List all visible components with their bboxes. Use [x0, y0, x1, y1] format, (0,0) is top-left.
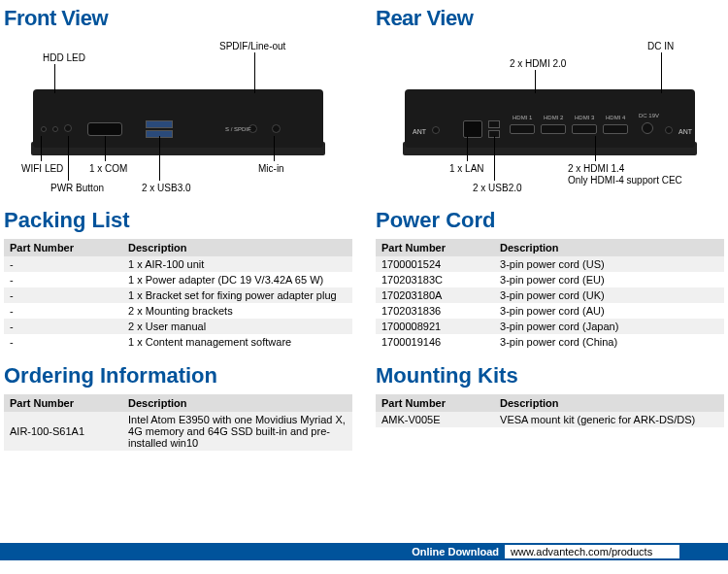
- rear-view-diagram: DC IN 2 x HDMI 2.0 ANT HDMI 1 HDMI 2 HDM…: [376, 39, 724, 194]
- table-row: 170203180A3-pin power cord (UK): [376, 287, 724, 303]
- powercord-title: Power Cord: [376, 208, 724, 233]
- table-row: AMK-V005EVESA mount kit (generic for ARK…: [376, 412, 724, 427]
- ordering-title: Ordering Information: [4, 363, 352, 388]
- table-row: AIR-100-S61A1Intel Atom E3950 with one M…: [4, 412, 352, 451]
- mounting-table: Part NumberDescription AMK-V005EVESA mou…: [376, 394, 724, 427]
- table-row: -1 x Content management software: [4, 334, 352, 350]
- table-row: 170203183C3-pin power cord (EU): [376, 272, 724, 287]
- rear-view-title: Rear View: [376, 6, 724, 31]
- table-row: 17020318363-pin power cord (AU): [376, 303, 724, 319]
- label-usb3: 2 x USB3.0: [142, 183, 191, 193]
- table-row: 17000015243-pin power cord (US): [376, 256, 724, 272]
- label-hdmi20: 2 x HDMI 2.0: [510, 58, 566, 69]
- label-hdmi14-note: Only HDMI-4 support CEC: [568, 175, 682, 186]
- table-row: -2 x User manual: [4, 319, 352, 334]
- label-spdif: SPDIF/Line-out: [219, 41, 285, 51]
- label-usb2: 2 x USB2.0: [473, 183, 522, 193]
- ordering-table: Part NumberDescription AIR-100-S61A1Inte…: [4, 394, 352, 451]
- label-hdmi14: 2 x HDMI 1.4: [568, 163, 624, 174]
- rear-chassis: ANT HDMI 1 HDMI 2 HDMI 3 HDMI 4 DC 19V: [405, 89, 695, 148]
- table-row: -1 x Power adapter (DC 19 V/3.42A 65 W): [4, 272, 352, 287]
- mounting-title: Mounting Kits: [376, 363, 724, 388]
- front-view-title: Front View: [4, 6, 352, 31]
- label-mic: Mic-in: [258, 163, 284, 174]
- footer-bar: Online Download www.advantech.com/produc…: [0, 543, 728, 560]
- label-dcin: DC IN: [647, 41, 674, 51]
- table-row: -1 x AIR-100 unit: [4, 256, 352, 272]
- label-wifi-led: WIFI LED: [21, 163, 63, 174]
- label-lan: 1 x LAN: [449, 163, 484, 174]
- footer-url: www.advantech.com/products: [505, 545, 679, 558]
- front-chassis: S / SPDIF: [33, 89, 323, 148]
- label-com: 1 x COM: [89, 163, 127, 174]
- label-hdd-led: HDD LED: [43, 52, 85, 63]
- front-view-diagram: HDD LED SPDIF/Line-out S / SPDIF WIFI LE…: [4, 39, 352, 194]
- table-row: -1 x Bracket set for fixing power adapte…: [4, 287, 352, 303]
- packing-title: Packing List: [4, 208, 352, 233]
- footer-download-label: Online Download: [412, 546, 499, 557]
- powercord-table: Part NumberDescription 17000015243-pin p…: [376, 239, 724, 350]
- label-pwr: PWR Button: [50, 183, 104, 193]
- table-row: 17000089213-pin power cord (Japan): [376, 319, 724, 334]
- table-row: -2 x Mounting brackets: [4, 303, 352, 319]
- table-row: 17000191463-pin power cord (China): [376, 334, 724, 350]
- packing-table: Part NumberDescription -1 x AIR-100 unit…: [4, 239, 352, 350]
